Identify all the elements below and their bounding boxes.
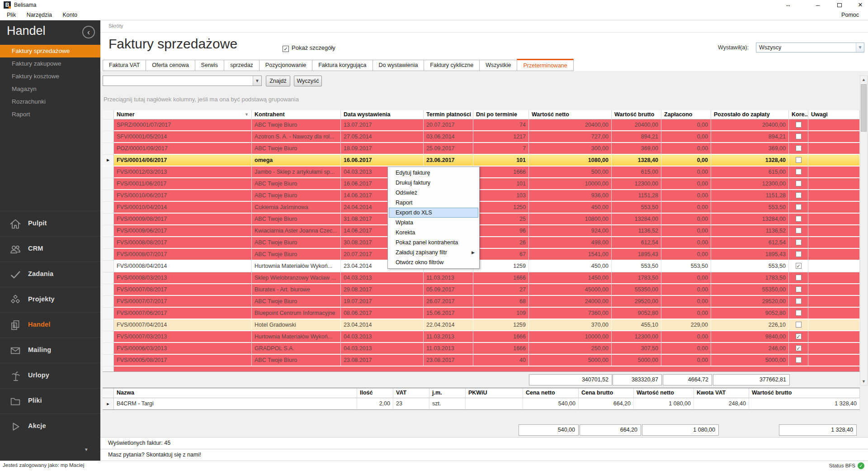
detail-column-wartosc_netto[interactable]: Wartość netto [634,388,694,398]
context-menu-item-za-aduj-zapisany-filtr[interactable]: Załaduj zapisany filtr▶ [389,247,478,257]
detail-column-vat[interactable]: VAT [393,388,429,398]
tab-serwis[interactable]: Serwis [195,60,225,71]
checkbox-icon[interactable] [796,228,802,233]
minimize-button[interactable]: – [810,0,826,10]
tab-faktura-vat[interactable]: Faktura VAT [103,60,146,71]
checkbox-icon[interactable] [796,133,802,139]
tab-wszystkie[interactable]: Wszystkie [479,60,517,71]
issuer-select[interactable]: Wszyscy ▼ [756,43,864,52]
sidebar-item-rozrachunki[interactable]: Rozrachunki [0,95,100,108]
invoice-row[interactable]: FVS/00007/07/2017ABC Twoje Biuro19.07.20… [103,296,860,308]
detail-column-wartosc_brutto[interactable]: Wartość brutto [749,388,860,398]
column-header-netto[interactable]: Wartość netto [529,110,612,119]
invoice-row[interactable]: SPRZ/00001/07/2017ABC Twoje Biuro13.07.2… [103,119,860,131]
checkbox-icon[interactable] [796,181,802,186]
menu-pomoc[interactable]: Pomoc [837,10,863,20]
column-header-brutto[interactable]: Wartość brutto [612,110,661,119]
checkbox-icon[interactable] [796,357,802,363]
show-details-checkbox[interactable]: ✓Pokaż szczegóły [283,44,335,52]
sidebar-item-raport[interactable]: Raport [0,108,100,121]
column-header-dni[interactable]: Dni po terminie [473,110,529,119]
nav-item-akcje[interactable]: Akcje [0,414,100,439]
menu-plik[interactable]: Plik [2,10,20,20]
invoice-row[interactable]: FVS/00007/04/2014Hotel Gradowski23.04.20… [103,319,860,331]
detail-column-cena_netto[interactable]: Cena netto [523,388,579,398]
column-header-zaplacono[interactable]: Zapłacono [661,110,711,119]
column-header-kore[interactable]: Kore... [789,110,808,119]
context-menu-item-korekta[interactable]: Korekta [389,228,478,238]
column-header-data[interactable]: Data wystawienia [341,110,424,119]
column-header-numer[interactable]: Numer▼ [114,110,252,119]
invoice-row[interactable]: FVS/00008/03/2013Sklep Wielobranzowy Wac… [103,272,860,284]
tab-przeterminowane[interactable]: Przeterminowane [517,59,573,71]
checkbox-icon[interactable] [796,239,802,245]
checkbox-icon[interactable] [796,169,802,175]
nav-item-handel[interactable]: Handel [0,312,100,338]
checkbox-checked-icon[interactable]: ✓ [796,333,802,339]
column-header-kontrahent[interactable]: Kontrahent [252,110,341,119]
sidebar-back-icon[interactable]: ‹ [82,26,95,38]
nav-item-zadania[interactable]: Zadania [0,262,100,287]
detail-column-kwota_vat[interactable]: Kwota VAT [694,388,749,398]
tab-sprzedaz[interactable]: sprzedaz [224,60,259,71]
context-menu-item-export-do-xls[interactable]: Export do XLS [389,208,478,218]
column-header-termin[interactable]: Termin płatności [424,110,473,119]
invoice-row[interactable]: FVS/00007/06/2017Bluepoint Centrum Infor… [103,308,860,319]
checkbox-checked-icon[interactable]: ✓ [796,345,802,351]
sidebar-item-faktury-zakupowe[interactable]: Faktury zakupowe [0,57,100,70]
invoice-row[interactable]: FVS/00010/04/2014Cukiernia Jaśminowa24.0… [103,202,860,214]
context-menu-item-edytuj-faktur-[interactable]: Edytuj fakturę [389,168,478,178]
tab-oferta-cenowa[interactable]: Oferta cenowa [146,60,195,71]
invoice-row[interactable]: FVS/00008/07/2017ABC Twoje Biuro20.07.20… [103,249,860,261]
detail-column-ilosc[interactable]: Ilość [357,388,393,398]
menu-konto[interactable]: Konto [58,10,82,20]
tab-faktury-cykliczne[interactable]: Faktury cykliczne [424,60,480,71]
context-menu-item-raport[interactable]: Raport [389,198,478,208]
checkbox-icon[interactable] [796,275,802,281]
invoice-row[interactable]: FVS/00008/04/2014Hurtownia Materiałów Wy… [103,261,860,272]
invoice-row[interactable]: FVS/00005/08/2017ABC Twoje Biuro23.08.20… [103,355,860,366]
breadcrumb[interactable]: Skróty [108,23,123,29]
scroll-up-icon[interactable]: ▲ [860,76,867,83]
column-header-uwagi[interactable]: Uwagi [808,110,860,119]
nav-item-urlopy[interactable]: Urlopy [0,363,100,388]
invoice-row[interactable]: SFV/00001/05/2014Azotron S. A. - Nawozy … [103,131,860,143]
resize-icon[interactable]: ↔ [780,0,796,10]
checkbox-icon[interactable] [796,216,802,222]
chevron-down-icon[interactable]: ▼ [856,43,864,52]
invoice-row[interactable]: ▸FVS/00014/06/2017omega16.06.201723.06.2… [103,155,860,167]
vertical-scrollbar[interactable]: ▲ ▼ [860,76,868,385]
sidebar-item-faktury-kosztowe[interactable]: Faktury kosztowe [0,70,100,83]
tab-faktura-koryguj-ca[interactable]: Faktura korygująca [312,60,373,71]
close-button[interactable]: ✕ [853,0,868,10]
menu-narzedzia[interactable]: Narzędzia [22,10,57,20]
detail-column-jm[interactable]: j.m. [429,388,466,398]
nav-item-projekty[interactable]: Projekty [0,287,100,312]
scroll-down-icon[interactable]: ▼ [860,378,867,385]
invoice-row[interactable]: FVS/00010/06/2017ABC Twoje Biuro14.06.20… [103,190,860,202]
nav-item-pliki[interactable]: Pliki [0,388,100,414]
checkbox-icon[interactable] [796,298,802,304]
checkbox-icon[interactable]: ✓ [283,46,289,52]
invoice-row[interactable]: FVS/00012/03/2013Jambo - Sklep z artykuł… [103,167,860,178]
sort-descending-icon[interactable]: ▼ [245,110,249,119]
contact-status[interactable]: Masz pytania? Skontaktuj się z nami! [100,449,868,461]
invoice-row[interactable]: POZ/00001/09/2017ABC Twoje Biuro18.09.20… [103,143,860,155]
clear-button[interactable]: Wyczyść [294,76,322,86]
detail-column-nazwa[interactable]: Nazwa [114,388,357,398]
find-button[interactable]: Znajdź [266,76,290,86]
nav-item-mailing[interactable]: Mailing [0,338,100,363]
invoice-row[interactable]: FVS/00011/06/2017ABC Twoje Biuro16.06.20… [103,178,860,190]
checkbox-checked-icon[interactable]: ✓ [796,263,802,269]
checkbox-icon[interactable] [796,122,802,128]
detail-row[interactable]: ▸B4CRM - Targi2,0023szt.540,00664,201 08… [103,398,860,409]
context-menu-item-drukuj-faktury[interactable]: Drukuj faktury [389,178,478,188]
invoice-row[interactable]: FVS/00009/06/2017Kwiaciarnia Aster Joann… [103,225,860,237]
detail-column-cena_brutto[interactable]: Cena brutto [579,388,634,398]
invoice-row[interactable]: FVS/00009/08/2017ABC Twoje Biuro31.08.20… [103,214,860,225]
invoice-row[interactable]: FVS/00007/08/2017Biuratex - Art. biurowe… [103,284,860,296]
filter-combobox[interactable]: ▼ [103,76,262,86]
checkbox-icon[interactable] [796,157,802,163]
nav-item-crm[interactable]: CRM [0,236,100,262]
context-menu-item-poka-panel-kontrahenta[interactable]: Pokaż panel kontrahenta [389,238,478,247]
